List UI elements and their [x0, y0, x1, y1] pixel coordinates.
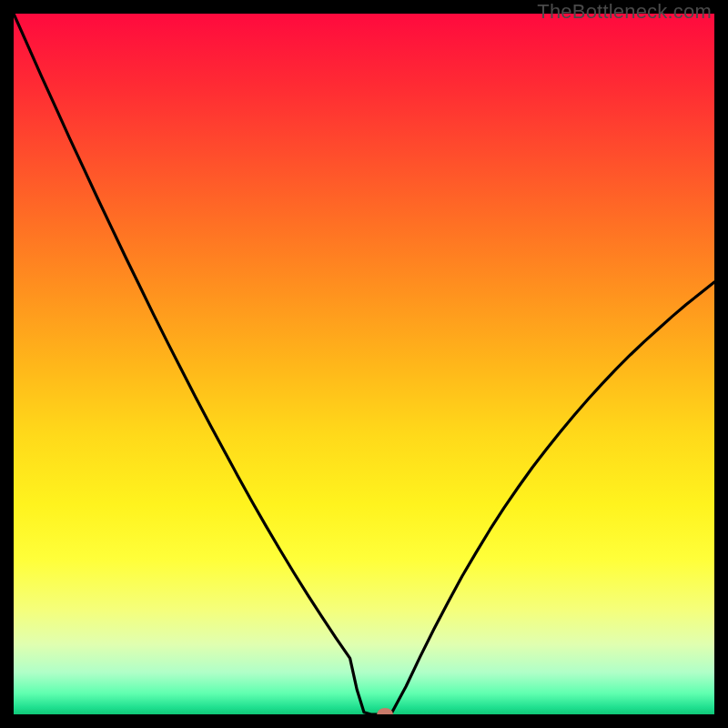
watermark-text: TheBottleneck.com	[537, 0, 712, 24]
gradient-background	[14, 14, 714, 714]
plot-area	[14, 14, 714, 714]
chart-svg	[14, 14, 714, 714]
chart-container: TheBottleneck.com	[0, 0, 728, 728]
